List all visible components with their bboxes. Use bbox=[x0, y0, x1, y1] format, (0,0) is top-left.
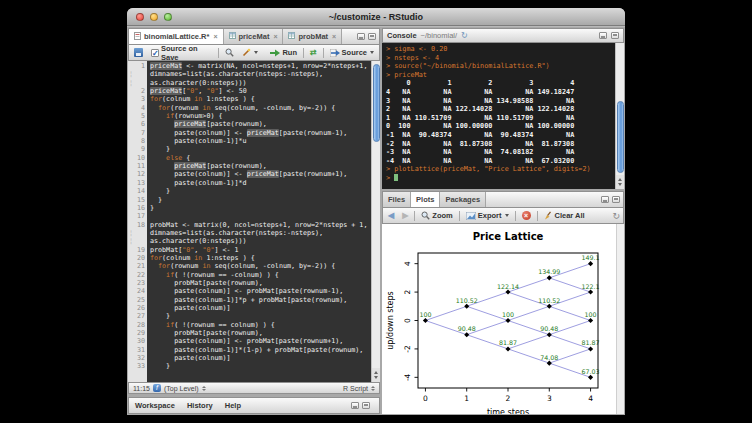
save-button[interactable] bbox=[132, 47, 145, 58]
code-line[interactable]: probMat[paste(rownum), bbox=[150, 279, 380, 287]
code-line[interactable]: priceMat[paste(rownum), bbox=[150, 162, 380, 170]
code-line[interactable]: } bbox=[150, 187, 380, 195]
tab-plots[interactable]: Plots bbox=[411, 192, 440, 207]
find-replace-button[interactable] bbox=[223, 47, 236, 58]
code-line[interactable]: else { bbox=[150, 154, 380, 162]
editor-scrollbar[interactable] bbox=[371, 61, 380, 382]
table-icon bbox=[229, 32, 236, 41]
scope-selector[interactable]: (Top Level) bbox=[164, 385, 199, 392]
minimize-pane-icon[interactable] bbox=[601, 196, 609, 203]
code-line[interactable]: paste(colnum)] bbox=[150, 354, 380, 362]
remove-plot-button[interactable]: × bbox=[520, 210, 533, 221]
code-line[interactable]: paste(colnum)] <- priceMat[paste(rownum+… bbox=[150, 170, 380, 178]
code-line[interactable]: probMat["0", "0"] <- 1 bbox=[150, 246, 380, 254]
close-window-button[interactable] bbox=[136, 13, 144, 21]
code-line[interactable]: probMat[paste(rownum), bbox=[150, 329, 380, 337]
code-line[interactable]: for(colnum in 1:nsteps ) { bbox=[150, 95, 380, 103]
r-script-icon bbox=[134, 32, 141, 42]
code-line[interactable]: for(colnum in 1:nsteps ) { bbox=[150, 254, 380, 262]
tab-help[interactable]: Help bbox=[225, 401, 241, 410]
maximize-pane-icon[interactable] bbox=[368, 33, 376, 40]
code-line[interactable]: paste(colnum-1)]*(1-p) + probMat[paste(r… bbox=[150, 346, 380, 354]
code-editor[interactable]: 1¦¦23456789101112131415161718¦¦192021222… bbox=[128, 61, 380, 382]
close-tab-icon[interactable]: × bbox=[332, 33, 336, 40]
export-plot-button[interactable]: Export bbox=[464, 210, 511, 221]
rerun-icon: ⇄ bbox=[310, 49, 317, 57]
code-line[interactable]: priceMat <- matrix(NA, ncol=nsteps+1, nr… bbox=[150, 62, 380, 70]
code-line[interactable]: } bbox=[150, 312, 380, 320]
maximize-pane-icon[interactable] bbox=[612, 196, 620, 203]
svg-text:0: 0 bbox=[423, 394, 428, 403]
tab-probmat[interactable]: probMat× bbox=[283, 29, 342, 44]
scrollbar-arrows[interactable] bbox=[372, 368, 380, 382]
tab-history[interactable]: History bbox=[187, 401, 213, 410]
code-tools-button[interactable] bbox=[240, 47, 260, 58]
clear-all-plots-button[interactable]: Clear All bbox=[542, 210, 587, 221]
plot-scrollbar[interactable] bbox=[616, 224, 624, 414]
scrollbar-thumb[interactable] bbox=[373, 64, 380, 142]
code-line[interactable]: probMat <- matrix(0, ncol=nsteps+1, nrow… bbox=[150, 221, 380, 229]
svg-text:3: 3 bbox=[547, 394, 552, 403]
rerun-button[interactable]: ⇄ bbox=[308, 48, 319, 58]
tab-workspace[interactable]: Workspace bbox=[135, 401, 175, 410]
close-tab-icon[interactable]: × bbox=[213, 33, 217, 40]
tab-label: Plots bbox=[416, 195, 434, 204]
console-scrollbar[interactable] bbox=[615, 43, 624, 189]
minimize-pane-icon[interactable] bbox=[599, 32, 607, 39]
source-toolbar: ✓ Source on Save Run bbox=[128, 45, 380, 61]
code-line[interactable]: } bbox=[150, 362, 380, 370]
go-to-directory-icon[interactable]: ↻ bbox=[461, 31, 468, 40]
code-line[interactable]: as.character(0:nsteps))) bbox=[150, 237, 380, 245]
code-line[interactable]: dimnames=list(as.character(nsteps:-nstep… bbox=[150, 70, 380, 78]
tab-binomiallattice-r-[interactable]: binomialLattice.R*× bbox=[129, 29, 224, 44]
run-button[interactable]: Run bbox=[268, 47, 299, 58]
code-line[interactable]: paste(colnum)] <- priceMat[paste(rownum-… bbox=[150, 129, 380, 137]
maximize-pane-icon[interactable] bbox=[362, 402, 370, 409]
cursor-position: 11:15 bbox=[133, 385, 150, 392]
code-line[interactable]: priceMat[paste(rownum), bbox=[150, 120, 380, 128]
code-line[interactable]: dimnames=list(as.character(nsteps:-nstep… bbox=[150, 229, 380, 237]
code-line[interactable]: paste(colnum-1)]*d bbox=[150, 179, 380, 187]
code-line[interactable]: paste(colnum)] bbox=[150, 304, 380, 312]
minimize-pane-icon[interactable] bbox=[351, 402, 359, 409]
console-output[interactable]: > sigma <- 0.20> nsteps <- 4> source("~/… bbox=[382, 43, 624, 189]
code-line[interactable]: paste(colnum)] <- probMat[paste(rownum+1… bbox=[150, 337, 380, 345]
close-tab-icon[interactable]: × bbox=[273, 33, 277, 40]
code-line[interactable]: if( !(rownum == -colnum) ) { bbox=[150, 271, 380, 279]
zoom-plot-button[interactable]: Zoom bbox=[419, 210, 454, 221]
source-on-save-checkbox[interactable]: ✓ Source on Save bbox=[149, 43, 214, 63]
code-line[interactable]: paste(colnum)] <- probMat[paste(rownum-1… bbox=[150, 287, 380, 295]
code-line[interactable]: as.character(0:nsteps))) bbox=[150, 79, 380, 87]
window-titlebar[interactable]: ~/customize - RStudio bbox=[127, 8, 625, 26]
minimize-window-button[interactable] bbox=[150, 13, 158, 21]
code-line[interactable]: for(rownum in seq(colnum, -colnum, by=-2… bbox=[150, 262, 380, 270]
zoom-window-button[interactable] bbox=[164, 13, 172, 21]
minimize-pane-icon[interactable] bbox=[357, 33, 365, 40]
scrollbar-thumb[interactable] bbox=[617, 101, 624, 173]
tab-files[interactable]: Files bbox=[383, 192, 411, 207]
code-line[interactable]: } bbox=[150, 145, 380, 153]
code-line[interactable]: if( !(rownum == colnum) ) { bbox=[150, 321, 380, 329]
code-line[interactable]: } bbox=[150, 204, 380, 212]
code-line[interactable]: for(rownum in seq(colnum, -colnum, by=-2… bbox=[150, 104, 380, 112]
next-plot-button[interactable]: ▶ bbox=[400, 211, 410, 221]
tab-packages[interactable]: Packages bbox=[440, 192, 486, 207]
maximize-pane-icon[interactable] bbox=[611, 32, 619, 39]
line-number: 27 bbox=[128, 312, 145, 320]
code-line[interactable]: priceMat["0", "0"] <- 50 bbox=[150, 87, 380, 95]
code-line[interactable] bbox=[150, 212, 380, 220]
code-line[interactable]: paste(colnum-1)]*u bbox=[150, 137, 380, 145]
tab-pricemat[interactable]: priceMat× bbox=[224, 29, 284, 44]
scrollbar-arrows[interactable] bbox=[616, 175, 624, 189]
code-line[interactable]: if(rownum>0) { bbox=[150, 112, 380, 120]
code-text[interactable]: priceMat <- matrix(NA, ncol=nsteps+1, nr… bbox=[147, 61, 380, 382]
back-arrow-icon: ◀ bbox=[388, 212, 394, 220]
refresh-plots-icon[interactable]: ↻ bbox=[612, 211, 620, 221]
previous-plot-button[interactable]: ◀ bbox=[386, 211, 396, 221]
filetype-selector[interactable]: R Script bbox=[343, 385, 368, 392]
code-line[interactable]: } bbox=[150, 196, 380, 204]
code-line[interactable]: paste(colnum-1)]*p + probMat[paste(rownu… bbox=[150, 296, 380, 304]
console-matrix-row: 2 NA NA 122.14028 NA 122.14028 bbox=[386, 105, 612, 114]
svg-text:149.1: 149.1 bbox=[582, 254, 600, 261]
source-button[interactable]: Source bbox=[328, 47, 376, 58]
